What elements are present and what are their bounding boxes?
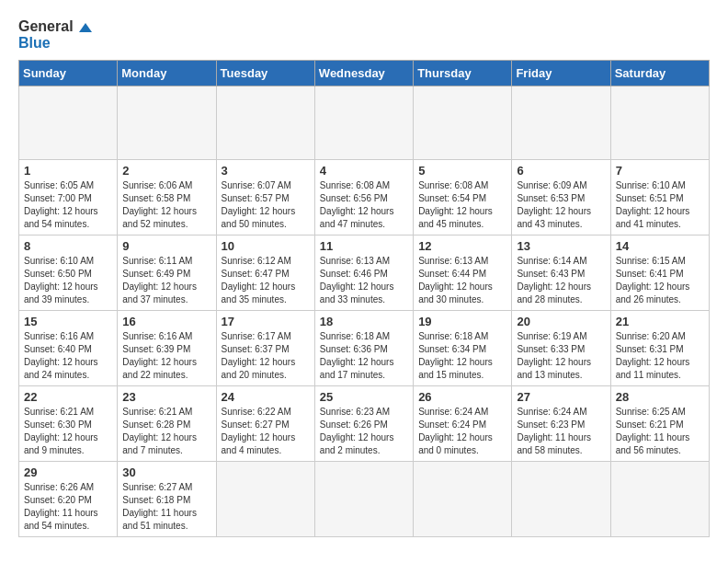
calendar-week-4: 22Sunrise: 6:21 AM Sunset: 6:30 PM Dayli… (19, 386, 710, 462)
day-number: 20 (517, 315, 605, 328)
calendar-cell (512, 462, 610, 537)
day-number: 12 (418, 239, 506, 253)
day-info: Sunrise: 6:17 AM Sunset: 6:37 PM Dayligh… (222, 330, 310, 382)
calendar-cell: 28Sunrise: 6:25 AM Sunset: 6:21 PM Dayli… (610, 386, 709, 462)
calendar-cell: 5Sunrise: 6:08 AM Sunset: 6:54 PM Daylig… (414, 160, 512, 236)
day-info: Sunrise: 6:16 AM Sunset: 6:39 PM Dayligh… (122, 330, 210, 382)
calendar-cell (512, 86, 610, 160)
day-info: Sunrise: 6:13 AM Sunset: 6:46 PM Dayligh… (320, 255, 408, 306)
day-number: 17 (222, 315, 310, 328)
day-info: Sunrise: 6:20 AM Sunset: 6:31 PM Dayligh… (616, 330, 704, 382)
day-info: Sunrise: 6:23 AM Sunset: 6:26 PM Dayligh… (320, 406, 408, 457)
day-info: Sunrise: 6:14 AM Sunset: 6:43 PM Dayligh… (517, 255, 605, 306)
day-number: 9 (122, 239, 210, 253)
day-info: Sunrise: 6:18 AM Sunset: 6:36 PM Dayligh… (320, 330, 408, 382)
calendar-cell: 1Sunrise: 6:05 AM Sunset: 7:00 PM Daylig… (19, 160, 118, 236)
calendar-cell: 23Sunrise: 6:21 AM Sunset: 6:28 PM Dayli… (118, 386, 216, 462)
day-number: 29 (24, 465, 112, 479)
header-row: SundayMondayTuesdayWednesdayThursdayFrid… (19, 61, 710, 86)
calendar-cell: 30Sunrise: 6:27 AM Sunset: 6:18 PM Dayli… (118, 462, 216, 537)
calendar-cell: 24Sunrise: 6:22 AM Sunset: 6:27 PM Dayli… (216, 386, 314, 462)
calendar-cell (414, 86, 512, 160)
calendar-cell: 26Sunrise: 6:24 AM Sunset: 6:24 PM Dayli… (414, 386, 512, 462)
day-number: 10 (222, 239, 310, 253)
day-info: Sunrise: 6:10 AM Sunset: 6:51 PM Dayligh… (616, 179, 704, 231)
calendar-cell: 6Sunrise: 6:09 AM Sunset: 6:53 PM Daylig… (512, 160, 610, 236)
day-number: 28 (616, 390, 704, 404)
calendar-cell: 22Sunrise: 6:21 AM Sunset: 6:30 PM Dayli… (19, 386, 118, 462)
day-info: Sunrise: 6:10 AM Sunset: 6:50 PM Dayligh… (24, 255, 112, 306)
calendar-cell (216, 462, 314, 537)
day-number: 18 (320, 315, 408, 328)
day-number: 1 (24, 164, 112, 178)
day-info: Sunrise: 6:05 AM Sunset: 7:00 PM Dayligh… (24, 179, 112, 231)
calendar-cell: 25Sunrise: 6:23 AM Sunset: 6:26 PM Dayli… (314, 386, 413, 462)
calendar-week-2: 8Sunrise: 6:10 AM Sunset: 6:50 PM Daylig… (19, 236, 710, 311)
calendar-cell: 21Sunrise: 6:20 AM Sunset: 6:31 PM Dayli… (610, 311, 709, 386)
calendar-cell (414, 462, 512, 537)
calendar-cell: 9Sunrise: 6:11 AM Sunset: 6:49 PM Daylig… (118, 236, 216, 311)
logo-text: General Blue (18, 18, 92, 51)
day-info: Sunrise: 6:26 AM Sunset: 6:20 PM Dayligh… (24, 481, 112, 533)
day-number: 5 (418, 164, 506, 178)
day-number: 24 (222, 390, 310, 404)
calendar-cell: 20Sunrise: 6:19 AM Sunset: 6:33 PM Dayli… (512, 311, 610, 386)
day-info: Sunrise: 6:15 AM Sunset: 6:41 PM Dayligh… (616, 255, 704, 306)
calendar-cell: 7Sunrise: 6:10 AM Sunset: 6:51 PM Daylig… (610, 160, 709, 236)
day-number: 7 (616, 164, 704, 178)
calendar-week-1: 1Sunrise: 6:05 AM Sunset: 7:00 PM Daylig… (19, 160, 710, 236)
calendar-cell: 17Sunrise: 6:17 AM Sunset: 6:37 PM Dayli… (216, 311, 314, 386)
day-number: 11 (320, 239, 408, 253)
calendar-cell (610, 462, 709, 537)
calendar-cell (216, 86, 314, 160)
day-info: Sunrise: 6:18 AM Sunset: 6:34 PM Dayligh… (418, 330, 506, 382)
day-info: Sunrise: 6:24 AM Sunset: 6:23 PM Dayligh… (517, 406, 605, 457)
day-number: 23 (122, 390, 210, 404)
day-info: Sunrise: 6:12 AM Sunset: 6:47 PM Dayligh… (222, 255, 310, 306)
calendar-cell: 18Sunrise: 6:18 AM Sunset: 6:36 PM Dayli… (314, 311, 413, 386)
day-info: Sunrise: 6:21 AM Sunset: 6:30 PM Dayligh… (24, 406, 112, 457)
day-info: Sunrise: 6:21 AM Sunset: 6:28 PM Dayligh… (122, 406, 210, 457)
calendar-cell: 4Sunrise: 6:08 AM Sunset: 6:56 PM Daylig… (314, 160, 413, 236)
calendar-cell: 10Sunrise: 6:12 AM Sunset: 6:47 PM Dayli… (216, 236, 314, 311)
day-number: 3 (222, 164, 310, 178)
day-number: 16 (122, 315, 210, 328)
calendar-cell: 29Sunrise: 6:26 AM Sunset: 6:20 PM Dayli… (19, 462, 118, 537)
day-info: Sunrise: 6:08 AM Sunset: 6:54 PM Dayligh… (418, 179, 506, 231)
calendar-cell (610, 86, 709, 160)
day-info: Sunrise: 6:16 AM Sunset: 6:40 PM Dayligh… (24, 330, 112, 382)
day-info: Sunrise: 6:13 AM Sunset: 6:44 PM Dayligh… (418, 255, 506, 306)
day-info: Sunrise: 6:24 AM Sunset: 6:24 PM Dayligh… (418, 406, 506, 457)
day-info: Sunrise: 6:27 AM Sunset: 6:18 PM Dayligh… (122, 481, 210, 533)
day-info: Sunrise: 6:25 AM Sunset: 6:21 PM Dayligh… (616, 406, 704, 457)
day-info: Sunrise: 6:19 AM Sunset: 6:33 PM Dayligh… (517, 330, 605, 382)
calendar-cell: 15Sunrise: 6:16 AM Sunset: 6:40 PM Dayli… (19, 311, 118, 386)
day-number: 27 (517, 390, 605, 404)
day-info: Sunrise: 6:22 AM Sunset: 6:27 PM Dayligh… (222, 406, 310, 457)
calendar-week-3: 15Sunrise: 6:16 AM Sunset: 6:40 PM Dayli… (19, 311, 710, 386)
day-info: Sunrise: 6:09 AM Sunset: 6:53 PM Dayligh… (517, 179, 605, 231)
calendar-week-0 (19, 86, 710, 160)
page-header: General Blue (18, 18, 710, 51)
day-number: 14 (616, 239, 704, 253)
day-number: 25 (320, 390, 408, 404)
calendar-cell: 27Sunrise: 6:24 AM Sunset: 6:23 PM Dayli… (512, 386, 610, 462)
col-header-tuesday: Tuesday (216, 61, 314, 86)
calendar-cell (19, 86, 118, 160)
col-header-thursday: Thursday (414, 61, 512, 86)
col-header-wednesday: Wednesday (314, 61, 413, 86)
day-number: 21 (616, 315, 704, 328)
calendar-cell: 14Sunrise: 6:15 AM Sunset: 6:41 PM Dayli… (610, 236, 709, 311)
col-header-monday: Monday (118, 61, 216, 86)
calendar-cell: 3Sunrise: 6:07 AM Sunset: 6:57 PM Daylig… (216, 160, 314, 236)
calendar-cell (314, 86, 413, 160)
day-info: Sunrise: 6:07 AM Sunset: 6:57 PM Dayligh… (222, 179, 310, 231)
calendar-cell: 16Sunrise: 6:16 AM Sunset: 6:39 PM Dayli… (118, 311, 216, 386)
day-number: 6 (517, 164, 605, 178)
calendar-cell: 12Sunrise: 6:13 AM Sunset: 6:44 PM Dayli… (414, 236, 512, 311)
day-number: 8 (24, 239, 112, 253)
col-header-sunday: Sunday (19, 61, 118, 86)
calendar-table: SundayMondayTuesdayWednesdayThursdayFrid… (18, 60, 710, 537)
day-number: 19 (418, 315, 506, 328)
day-number: 22 (24, 390, 112, 404)
